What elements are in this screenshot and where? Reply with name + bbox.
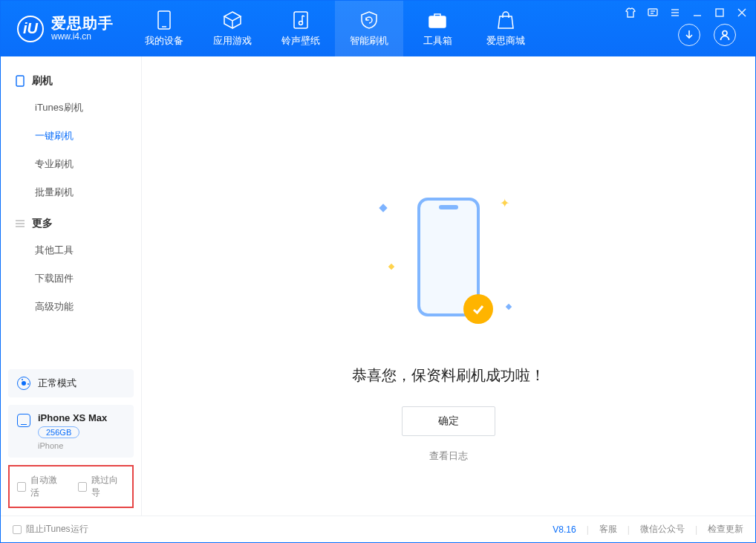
main-tabs: 我的设备 应用游戏 铃声壁纸 智能刷机 工具箱 爱思商城	[130, 1, 540, 56]
options-highlight-box: 自动激活 跳过向导	[8, 465, 134, 508]
tab-label: 爱思商城	[486, 34, 525, 48]
svg-point-17	[723, 31, 727, 36]
device-type: iPhone	[38, 441, 107, 450]
tab-label: 工具箱	[423, 34, 452, 48]
sparkle-icon	[379, 204, 387, 212]
tab-label: 智能刷机	[350, 34, 388, 48]
tab-apps-games[interactable]: 应用游戏	[198, 1, 267, 56]
sidebar-section-label: 更多	[32, 217, 53, 230]
account-button[interactable]	[714, 24, 736, 46]
refresh-shield-icon	[359, 10, 379, 30]
svg-rect-14	[716, 9, 723, 16]
app-window: iU 爱思助手 www.i4.cn 我的设备 应用游戏 铃声壁纸 智能刷机	[0, 0, 756, 543]
tab-store[interactable]: 爱思商城	[472, 1, 540, 56]
sidebar-item-other-tools[interactable]: 其他工具	[1, 236, 141, 264]
tab-label: 我的设备	[145, 34, 183, 48]
tab-toolbox[interactable]: 工具箱	[403, 1, 472, 56]
logo-icon: iU	[17, 16, 44, 42]
content-body: 刷机 iTunes刷机 一键刷机 专业刷机 批量刷机 更多 其他工具 下载固件 …	[1, 56, 755, 516]
checkbox-label: 阻止iTunes运行	[26, 523, 88, 536]
svg-rect-18	[16, 76, 24, 86]
maximize-button[interactable]	[714, 7, 726, 19]
checkbox-icon	[13, 525, 22, 534]
support-link[interactable]: 客服	[599, 523, 617, 536]
download-button[interactable]	[678, 24, 700, 46]
success-check-icon	[463, 294, 493, 324]
sidebar-item-pro-flash[interactable]: 专业刷机	[1, 150, 141, 178]
mode-card[interactable]: 正常模式	[8, 369, 134, 397]
tab-ringtone-wallpaper[interactable]: 铃声壁纸	[267, 1, 335, 56]
check-update-link[interactable]: 检查更新	[708, 523, 743, 536]
sidebar: 刷机 iTunes刷机 一键刷机 专业刷机 批量刷机 更多 其他工具 下载固件 …	[1, 56, 142, 516]
menu-icon[interactable]	[669, 7, 681, 19]
title-right-actions	[678, 24, 755, 46]
toolbox-icon	[428, 10, 447, 30]
checkbox-label: 跳过向导	[91, 474, 125, 499]
phone-icon	[154, 10, 174, 30]
sidebar-item-advanced[interactable]: 高级功能	[1, 293, 141, 321]
sparkle-icon	[388, 264, 394, 270]
logo: iU 爱思助手 www.i4.cn	[1, 1, 130, 56]
sidebar-item-batch-flash[interactable]: 批量刷机	[1, 178, 141, 207]
device-capacity: 256GB	[38, 426, 79, 438]
view-log-link[interactable]: 查看日志	[429, 449, 468, 463]
phone-small-icon	[17, 414, 30, 427]
sparkle-icon: ✦	[500, 196, 509, 210]
sparkle-icon	[506, 304, 512, 310]
app-site: www.i4.cn	[51, 32, 114, 42]
sidebar-section-more: 更多	[1, 211, 141, 236]
success-message: 恭喜您，保资料刷机成功啦！	[352, 365, 545, 386]
close-button[interactable]	[736, 7, 748, 19]
checkbox-label: 自动激活	[30, 474, 64, 499]
checkbox-icon	[78, 482, 87, 492]
tab-label: 铃声壁纸	[281, 34, 320, 48]
bag-icon	[496, 10, 515, 30]
cube-icon	[223, 10, 242, 30]
svg-point-3	[299, 21, 303, 25]
version-label: V8.16	[553, 524, 576, 535]
device-name: iPhone XS Max	[38, 412, 107, 423]
sidebar-section-label: 刷机	[32, 74, 53, 88]
svg-rect-7	[648, 9, 657, 16]
skin-icon[interactable]	[625, 7, 636, 19]
checkbox-block-itunes[interactable]: 阻止iTunes运行	[13, 523, 88, 536]
sidebar-section-flash: 刷机	[1, 68, 141, 94]
sidebar-item-download-firmware[interactable]: 下载固件	[1, 264, 141, 293]
ok-button[interactable]: 确定	[402, 406, 495, 436]
checkbox-skip-guide[interactable]: 跳过向导	[78, 474, 126, 499]
main-panel: ✦ 恭喜您，保资料刷机成功啦！ 确定 查看日志	[142, 56, 755, 516]
success-illustration: ✦	[359, 175, 538, 339]
device-small-icon	[14, 75, 26, 87]
app-name: 爱思助手	[51, 15, 114, 32]
checkbox-icon	[17, 482, 26, 492]
svg-rect-2	[294, 12, 307, 28]
music-note-icon	[291, 10, 310, 30]
tab-my-device[interactable]: 我的设备	[130, 1, 198, 56]
sidebar-item-itunes-flash[interactable]: iTunes刷机	[1, 94, 141, 122]
mode-icon	[17, 377, 30, 390]
wechat-link[interactable]: 微信公众号	[640, 523, 685, 536]
logo-text: 爱思助手 www.i4.cn	[51, 15, 114, 42]
minimize-button[interactable]	[691, 7, 703, 19]
tab-label: 应用游戏	[213, 34, 252, 48]
checkbox-auto-activate[interactable]: 自动激活	[17, 474, 65, 499]
feedback-icon[interactable]	[647, 7, 659, 19]
mode-label: 正常模式	[38, 377, 76, 390]
sidebar-item-oneclick-flash[interactable]: 一键刷机	[1, 122, 141, 150]
titlebar: iU 爱思助手 www.i4.cn 我的设备 应用游戏 铃声壁纸 智能刷机	[1, 1, 755, 56]
svg-rect-4	[429, 16, 446, 27]
window-controls	[625, 1, 755, 19]
device-card[interactable]: iPhone XS Max 256GB iPhone	[8, 405, 134, 458]
list-small-icon	[14, 218, 26, 230]
statusbar: 阻止iTunes运行 V8.16 | 客服 | 微信公众号 | 检查更新	[1, 516, 755, 542]
tab-smart-flash[interactable]: 智能刷机	[335, 1, 403, 56]
